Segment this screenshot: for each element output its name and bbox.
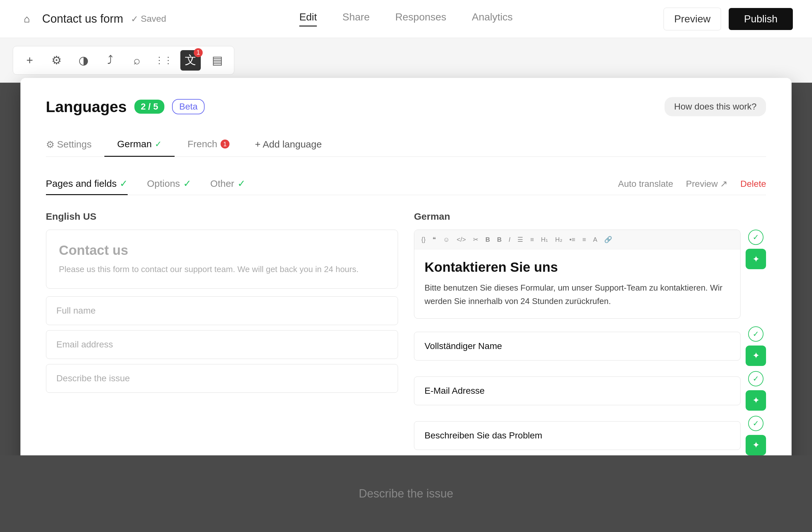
tab-share[interactable]: Share <box>343 11 369 27</box>
home-icon[interactable]: ⌂ <box>19 11 34 27</box>
top-bar-left: ⌂ Contact us form ✓ Saved <box>19 11 166 27</box>
german-fullname-wrapper: Vollständiger Name ✓ ✦ <box>414 326 766 366</box>
toolbar-bold2-icon[interactable]: B <box>495 235 503 245</box>
toolbar-quote-icon[interactable]: ❝ <box>431 234 438 245</box>
tab-analytics[interactable]: Analytics <box>472 11 512 27</box>
section-tabs: Pages and fields ✓ Options ✓ Other ✓ Aut… <box>46 173 766 195</box>
toolbar-curly-icon[interactable]: {} <box>419 235 427 245</box>
options-check-icon: ✓ <box>183 178 191 189</box>
german-column-header: German <box>414 211 766 222</box>
german-describe-field[interactable]: Beschreiben Sie das Problem <box>414 421 740 450</box>
auto-translate-button[interactable]: Auto translate <box>618 179 673 189</box>
german-panel: {} ❝ ☺ </> ✂ B B I ☰ ≡ H₁ H₂ •≡ <box>414 230 740 318</box>
delete-button[interactable]: Delete <box>740 179 766 189</box>
english-column-header: English US <box>46 211 398 222</box>
email-magic-button[interactable]: ✦ <box>745 390 766 411</box>
section-actions: Auto translate Preview ↗ Delete <box>618 178 766 189</box>
german-column: German {} ❝ ☺ </> ✂ B B I ☰ <box>414 211 766 460</box>
form-title: Contact us form <box>42 12 123 26</box>
toolbar-link-icon[interactable]: 🔗 <box>602 234 614 245</box>
saved-badge: ✓ Saved <box>131 14 166 24</box>
toolbar-scissors-icon[interactable]: ✂ <box>471 234 480 245</box>
settings-tab[interactable]: ⚙ Settings <box>46 132 104 157</box>
toolbar-h2-icon[interactable]: H₂ <box>553 234 564 245</box>
fullname-check-icon[interactable]: ✓ <box>748 326 764 342</box>
preview-button[interactable]: Preview <box>664 8 721 30</box>
german-check-icon: ✓ <box>155 139 162 149</box>
fullname-actions: ✓ ✦ <box>745 326 766 366</box>
german-panel-toolbar: {} ❝ ☺ </> ✂ B B I ☰ ≡ H₁ H₂ •≡ <box>414 230 740 249</box>
toolbar-align-icon[interactable]: ≡ <box>580 235 588 245</box>
english-panel-title: Contact us <box>59 243 385 258</box>
add-language-button[interactable]: + Add language <box>242 132 334 156</box>
settings-gear-icon: ⚙ <box>46 139 55 150</box>
beta-badge: Beta <box>172 99 205 114</box>
toolbar-highlight-icon[interactable]: A <box>591 235 599 245</box>
german-panel-desc: Bitte benutzen Sie dieses Formular, um u… <box>424 281 730 308</box>
french-badge: 1 <box>220 140 230 148</box>
other-check-icon: ✓ <box>237 178 245 189</box>
english-column: English US Contact us Please us this for… <box>46 211 398 460</box>
english-panel-desc: Please us this form to contact our suppo… <box>59 263 385 276</box>
toolbar-bold-icon[interactable]: B <box>483 235 492 245</box>
pages-check-icon: ✓ <box>120 178 128 189</box>
nav-tabs: Edit Share Responses Analytics <box>300 11 513 27</box>
tab-responses[interactable]: Responses <box>395 11 446 27</box>
german-describe-wrapper: Beschreiben Sie das Problem ✓ ✦ <box>414 416 766 455</box>
email-check-icon[interactable]: ✓ <box>748 371 764 386</box>
german-panel-wrapper: {} ❝ ☺ </> ✂ B B I ☰ ≡ H₁ H₂ •≡ <box>414 230 766 318</box>
french-tab[interactable]: French 1 <box>175 132 242 157</box>
panel-check-icon[interactable]: ✓ <box>748 230 764 245</box>
toolbar-emoji-icon[interactable]: ☺ <box>441 235 451 245</box>
main-content: Languages 2 / 5 Beta How does this work?… <box>0 0 812 532</box>
top-bar-right: Preview Publish <box>664 8 793 30</box>
magic-translate-button[interactable]: ✦ <box>745 249 766 269</box>
toolbar-h1-icon[interactable]: H₁ <box>539 234 550 245</box>
section-preview-link[interactable]: Preview ↗ <box>686 178 727 189</box>
toolbar-italic-icon[interactable]: I <box>507 235 512 245</box>
german-email-wrapper: E-Mail Adresse ✓ ✦ <box>414 371 766 411</box>
toolbar-list2-icon[interactable]: ≡ <box>528 235 536 245</box>
english-fullname-field: Full name <box>46 296 398 325</box>
options-tab[interactable]: Options ✓ <box>147 173 191 195</box>
german-fullname-field[interactable]: Vollständiger Name <box>414 332 740 360</box>
toolbar-bullet-icon[interactable]: •≡ <box>567 235 577 245</box>
count-badge: 2 / 5 <box>134 100 164 114</box>
email-actions: ✓ ✦ <box>745 371 766 411</box>
describe-magic-button[interactable]: ✦ <box>745 435 766 455</box>
german-email-field[interactable]: E-Mail Adresse <box>414 376 740 405</box>
fullname-magic-button[interactable]: ✦ <box>745 346 766 366</box>
top-bar: ⌂ Contact us form ✓ Saved Edit Share Res… <box>0 0 812 38</box>
describe-actions: ✓ ✦ <box>745 416 766 455</box>
english-describe-field: Describe the issue <box>46 364 398 393</box>
german-tab[interactable]: German ✓ <box>104 132 175 157</box>
modal-title: Languages <box>46 98 127 116</box>
pages-fields-tab[interactable]: Pages and fields ✓ <box>46 173 128 195</box>
translation-columns: English US Contact us Please us this for… <box>46 211 766 460</box>
describe-check-icon[interactable]: ✓ <box>748 416 764 431</box>
publish-button[interactable]: Publish <box>729 8 793 30</box>
other-tab[interactable]: Other ✓ <box>211 173 245 195</box>
languages-modal: Languages 2 / 5 Beta How does this work?… <box>20 78 792 479</box>
language-tabs: ⚙ Settings German ✓ French 1 + Add langu… <box>46 132 766 157</box>
saved-check-icon: ✓ <box>131 14 138 24</box>
english-email-field: Email address <box>46 330 398 359</box>
toolbar-code-icon[interactable]: </> <box>455 235 468 245</box>
modal-header: Languages 2 / 5 Beta How does this work? <box>46 97 766 116</box>
german-panel-title: Kontaktieren Sie uns <box>424 260 730 275</box>
panel-actions: ✓ ✦ <box>745 230 766 269</box>
english-panel: Contact us Please us this form to contac… <box>46 230 398 289</box>
tab-edit[interactable]: Edit <box>300 11 317 27</box>
bottom-text: Describe the issue <box>359 487 453 500</box>
how-works-button[interactable]: How does this work? <box>665 97 766 116</box>
bottom-overlay: Describe the issue <box>0 455 812 532</box>
toolbar-list-icon[interactable]: ☰ <box>516 234 525 245</box>
german-panel-content: Kontaktieren Sie uns Bitte benutzen Sie … <box>414 249 740 318</box>
